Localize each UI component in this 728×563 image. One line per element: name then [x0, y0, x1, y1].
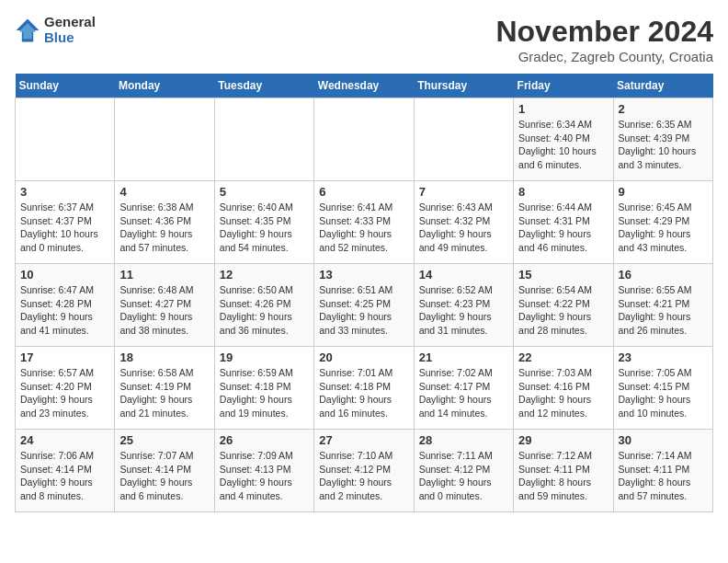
day-info: Sunrise: 7:12 AM Sunset: 4:11 PM Dayligh…: [518, 449, 608, 503]
weekday-header-monday: Monday: [115, 74, 214, 98]
day-number: 19: [220, 350, 309, 364]
day-info: Sunrise: 6:43 AM Sunset: 4:32 PM Dayligh…: [419, 201, 508, 255]
day-info: Sunrise: 6:52 AM Sunset: 4:23 PM Dayligh…: [419, 283, 508, 338]
day-number: 30: [619, 433, 708, 447]
calendar-cell: 12Sunrise: 6:50 AM Sunset: 4:26 PM Dayli…: [214, 264, 313, 347]
calendar-cell: 21Sunrise: 7:02 AM Sunset: 4:17 PM Dayli…: [414, 347, 513, 430]
day-number: 21: [419, 350, 508, 364]
header: General Blue November 2024 Gradec, Zagre…: [15, 15, 713, 64]
day-number: 20: [319, 350, 408, 364]
day-number: 23: [619, 350, 708, 364]
page-title: November 2024: [495, 15, 713, 49]
day-info: Sunrise: 6:54 AM Sunset: 4:22 PM Dayligh…: [518, 283, 608, 338]
day-number: 28: [419, 433, 508, 447]
calendar-cell: [314, 98, 414, 181]
logo: General Blue: [15, 15, 96, 45]
calendar-cell: 14Sunrise: 6:52 AM Sunset: 4:23 PM Dayli…: [414, 264, 513, 347]
calendar-cell: 22Sunrise: 7:03 AM Sunset: 4:16 PM Dayli…: [514, 347, 613, 430]
day-info: Sunrise: 6:58 AM Sunset: 4:19 PM Dayligh…: [119, 366, 209, 420]
calendar-cell: [414, 98, 513, 181]
day-number: 29: [518, 433, 608, 447]
logo-general-text: General: [44, 15, 96, 30]
calendar-cell: [214, 98, 313, 181]
day-number: 18: [119, 350, 209, 364]
day-info: Sunrise: 7:14 AM Sunset: 4:11 PM Dayligh…: [619, 449, 708, 503]
title-area: November 2024 Gradec, Zagreb County, Cro…: [495, 15, 713, 64]
calendar-week-5: 24Sunrise: 7:06 AM Sunset: 4:14 PM Dayli…: [16, 430, 713, 512]
day-info: Sunrise: 6:37 AM Sunset: 4:37 PM Dayligh…: [20, 201, 109, 255]
day-number: 16: [619, 268, 708, 282]
day-number: 3: [20, 185, 109, 199]
day-info: Sunrise: 6:57 AM Sunset: 4:20 PM Dayligh…: [20, 366, 109, 420]
day-number: 17: [20, 350, 109, 364]
calendar-cell: 20Sunrise: 7:01 AM Sunset: 4:18 PM Dayli…: [314, 347, 414, 430]
day-info: Sunrise: 7:03 AM Sunset: 4:16 PM Dayligh…: [518, 366, 608, 420]
calendar-cell: 19Sunrise: 6:59 AM Sunset: 4:18 PM Dayli…: [214, 347, 313, 430]
day-number: 26: [220, 433, 309, 447]
day-number: 9: [619, 185, 708, 199]
page-subtitle: Gradec, Zagreb County, Croatia: [495, 49, 713, 64]
calendar-cell: 18Sunrise: 6:58 AM Sunset: 4:19 PM Dayli…: [115, 347, 214, 430]
day-number: 13: [319, 268, 408, 282]
calendar-cell: 24Sunrise: 7:06 AM Sunset: 4:14 PM Dayli…: [16, 430, 115, 512]
day-info: Sunrise: 6:55 AM Sunset: 4:21 PM Dayligh…: [619, 283, 708, 338]
calendar-cell: 23Sunrise: 7:05 AM Sunset: 4:15 PM Dayli…: [613, 347, 712, 430]
weekday-header-sunday: Sunday: [16, 74, 115, 98]
calendar-cell: 7Sunrise: 6:43 AM Sunset: 4:32 PM Daylig…: [414, 181, 513, 264]
day-info: Sunrise: 6:35 AM Sunset: 4:39 PM Dayligh…: [619, 118, 708, 172]
day-info: Sunrise: 7:02 AM Sunset: 4:17 PM Dayligh…: [419, 366, 508, 420]
day-info: Sunrise: 6:51 AM Sunset: 4:25 PM Dayligh…: [319, 283, 408, 338]
calendar-week-2: 3Sunrise: 6:37 AM Sunset: 4:37 PM Daylig…: [16, 181, 713, 264]
calendar-cell: 29Sunrise: 7:12 AM Sunset: 4:11 PM Dayli…: [514, 430, 613, 512]
day-info: Sunrise: 7:07 AM Sunset: 4:14 PM Dayligh…: [119, 449, 209, 503]
day-info: Sunrise: 7:09 AM Sunset: 4:13 PM Dayligh…: [220, 449, 309, 503]
calendar-cell: 27Sunrise: 7:10 AM Sunset: 4:12 PM Dayli…: [314, 430, 414, 512]
calendar-week-4: 17Sunrise: 6:57 AM Sunset: 4:20 PM Dayli…: [16, 347, 713, 430]
calendar-cell: 11Sunrise: 6:48 AM Sunset: 4:27 PM Dayli…: [115, 264, 214, 347]
calendar-cell: 1Sunrise: 6:34 AM Sunset: 4:40 PM Daylig…: [514, 98, 613, 181]
day-number: 11: [119, 268, 209, 282]
weekday-header-saturday: Saturday: [613, 74, 712, 98]
day-number: 4: [119, 185, 209, 199]
calendar-cell: 3Sunrise: 6:37 AM Sunset: 4:37 PM Daylig…: [16, 181, 115, 264]
logo-blue-text: Blue: [44, 30, 96, 46]
day-info: Sunrise: 7:05 AM Sunset: 4:15 PM Dayligh…: [619, 366, 708, 420]
day-info: Sunrise: 6:34 AM Sunset: 4:40 PM Dayligh…: [518, 118, 608, 172]
weekday-header-friday: Friday: [514, 74, 613, 98]
day-number: 14: [419, 268, 508, 282]
day-number: 1: [518, 102, 608, 116]
weekday-header-row: SundayMondayTuesdayWednesdayThursdayFrid…: [16, 74, 713, 98]
day-info: Sunrise: 6:48 AM Sunset: 4:27 PM Dayligh…: [119, 283, 209, 338]
calendar-cell: 17Sunrise: 6:57 AM Sunset: 4:20 PM Dayli…: [16, 347, 115, 430]
day-info: Sunrise: 6:59 AM Sunset: 4:18 PM Dayligh…: [220, 366, 309, 420]
calendar-cell: 15Sunrise: 6:54 AM Sunset: 4:22 PM Dayli…: [514, 264, 613, 347]
day-info: Sunrise: 6:47 AM Sunset: 4:28 PM Dayligh…: [20, 283, 109, 338]
logo-text: General Blue: [44, 15, 96, 45]
day-info: Sunrise: 6:50 AM Sunset: 4:26 PM Dayligh…: [220, 283, 309, 338]
day-number: 27: [319, 433, 408, 447]
calendar-cell: 28Sunrise: 7:11 AM Sunset: 4:12 PM Dayli…: [414, 430, 513, 512]
day-info: Sunrise: 6:40 AM Sunset: 4:35 PM Dayligh…: [220, 201, 309, 255]
calendar-cell: [115, 98, 214, 181]
calendar-cell: 9Sunrise: 6:45 AM Sunset: 4:29 PM Daylig…: [613, 181, 712, 264]
day-info: Sunrise: 6:38 AM Sunset: 4:36 PM Dayligh…: [119, 201, 209, 255]
calendar-cell: 16Sunrise: 6:55 AM Sunset: 4:21 PM Dayli…: [613, 264, 712, 347]
day-number: 22: [518, 350, 608, 364]
day-info: Sunrise: 6:44 AM Sunset: 4:31 PM Dayligh…: [518, 201, 608, 255]
calendar-week-3: 10Sunrise: 6:47 AM Sunset: 4:28 PM Dayli…: [16, 264, 713, 347]
day-number: 15: [518, 268, 608, 282]
logo-icon: [15, 17, 40, 43]
calendar-week-1: 1Sunrise: 6:34 AM Sunset: 4:40 PM Daylig…: [16, 98, 713, 181]
day-number: 5: [220, 185, 309, 199]
calendar-table: SundayMondayTuesdayWednesdayThursdayFrid…: [15, 74, 713, 512]
weekday-header-wednesday: Wednesday: [314, 74, 414, 98]
day-number: 6: [319, 185, 408, 199]
calendar-cell: [16, 98, 115, 181]
day-info: Sunrise: 7:10 AM Sunset: 4:12 PM Dayligh…: [319, 449, 408, 503]
day-number: 8: [518, 185, 608, 199]
weekday-header-tuesday: Tuesday: [214, 74, 313, 98]
calendar-cell: 30Sunrise: 7:14 AM Sunset: 4:11 PM Dayli…: [613, 430, 712, 512]
calendar-cell: 13Sunrise: 6:51 AM Sunset: 4:25 PM Dayli…: [314, 264, 414, 347]
calendar-cell: 10Sunrise: 6:47 AM Sunset: 4:28 PM Dayli…: [16, 264, 115, 347]
calendar-cell: 4Sunrise: 6:38 AM Sunset: 4:36 PM Daylig…: [115, 181, 214, 264]
